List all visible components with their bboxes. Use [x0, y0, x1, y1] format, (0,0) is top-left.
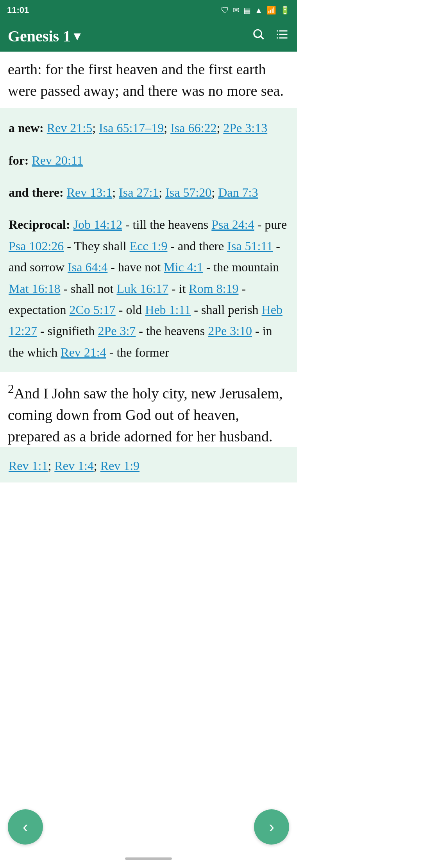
ref-link-rev11[interactable]: Rev 1:1: [9, 459, 48, 473]
filter-icon[interactable]: [275, 27, 289, 45]
ref-link[interactable]: Isa 57:20: [165, 185, 211, 199]
ref-link-ecc19[interactable]: Ecc 1:9: [130, 239, 168, 253]
ref-label-a-new: a new:: [9, 121, 47, 135]
ref-link-heb111[interactable]: Heb 1:11: [145, 303, 191, 317]
ref-link-mic41[interactable]: Mic 4:1: [164, 260, 203, 274]
status-time: 11:01: [7, 5, 29, 15]
ref-link[interactable]: Rev 21:5: [47, 121, 92, 135]
bottom-ref-box: Rev 1:1; Rev 1:4; Rev 1:9: [0, 447, 297, 482]
ref-link-2pe37[interactable]: 2Pe 3:7: [98, 324, 136, 338]
ref-entry-a-new: a new: Rev 21:5; Isa 65:17–19; Isa 66:22…: [9, 117, 288, 138]
ref-link-isa644[interactable]: Isa 64:4: [68, 260, 107, 274]
signal-icon: 📶: [266, 5, 276, 15]
ref-entry-reciprocal: Reciprocal: Job 14:12 - till the heavens…: [9, 214, 288, 363]
ref-link[interactable]: Isa 65:17–19: [99, 121, 164, 135]
reference-box: a new: Rev 21:5; Isa 65:17–19; Isa 66:22…: [0, 108, 297, 372]
verse-body-text: earth: for the first heaven and the firs…: [8, 61, 284, 99]
ref-label-for: for:: [9, 153, 32, 167]
mail-icon: ✉: [233, 5, 240, 15]
ref-link-psa10226[interactable]: Psa 102:26: [9, 239, 64, 253]
wifi-icon: ▲: [255, 6, 263, 15]
ref-link-rev214[interactable]: Rev 21:4: [61, 345, 106, 359]
ref-link-rev19[interactable]: Rev 1:9: [100, 459, 139, 473]
book-title[interactable]: Genesis 1 ▾: [8, 27, 80, 45]
ref-link-2pe310[interactable]: 2Pe 3:10: [208, 324, 252, 338]
ref-link-mat1618[interactable]: Mat 16:18: [9, 282, 60, 296]
ref-link-isa5111[interactable]: Isa 51:11: [227, 239, 273, 253]
ref-link[interactable]: Isa 66:22: [170, 121, 216, 135]
header-actions: [252, 27, 289, 45]
ref-link[interactable]: Dan 7:3: [218, 185, 258, 199]
status-icons: 🛡 ✉ ▤ ▲ 📶 🔋: [221, 5, 290, 15]
verse-2-text: 2And I John saw the holy city, new Jerus…: [0, 372, 297, 447]
ref-link-rev14[interactable]: Rev 1:4: [54, 459, 93, 473]
ref-link-job1412[interactable]: Job 14:12: [73, 217, 122, 231]
ref-link[interactable]: Rev 20:11: [32, 153, 83, 167]
sim-icon: ▤: [243, 5, 251, 15]
shield-icon: 🛡: [221, 6, 229, 15]
ref-entry-for: for: Rev 20:11: [9, 150, 288, 171]
ref-link-psa244[interactable]: Psa 24:4: [211, 217, 254, 231]
ref-label-reciprocal: Reciprocal:: [9, 217, 73, 231]
status-bar: 11:01 🛡 ✉ ▤ ▲ 📶 🔋: [0, 0, 297, 20]
book-title-text: Genesis 1: [8, 27, 71, 45]
ref-label-and-there: and there:: [9, 185, 67, 199]
ref-link-rom819[interactable]: Rom 8:19: [189, 282, 238, 296]
chevron-down-icon: ▾: [74, 29, 80, 43]
battery-icon: 🔋: [280, 5, 290, 15]
verse-2-body: And I John saw the holy city, new Jerusa…: [8, 385, 283, 445]
ref-link-luk1617[interactable]: Luk 16:17: [116, 282, 168, 296]
ref-link[interactable]: Isa 27:1: [119, 185, 159, 199]
search-icon[interactable]: [252, 27, 266, 45]
header-bar: Genesis 1 ▾: [0, 20, 297, 52]
ref-link[interactable]: Rev 13:1: [67, 185, 112, 199]
ref-link-2co517[interactable]: 2Co 5:17: [69, 303, 115, 317]
ref-entry-and-there: and there: Rev 13:1; Isa 27:1; Isa 57:20…: [9, 182, 288, 203]
ref-link[interactable]: 2Pe 3:13: [223, 121, 267, 135]
verse-continuation-text: earth: for the first heaven and the firs…: [0, 52, 297, 102]
verse-number: 2: [8, 382, 14, 396]
